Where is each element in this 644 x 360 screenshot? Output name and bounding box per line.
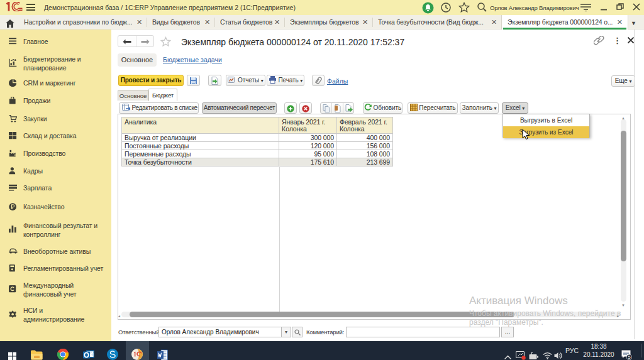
svg-text:5: 5 <box>628 354 631 360</box>
